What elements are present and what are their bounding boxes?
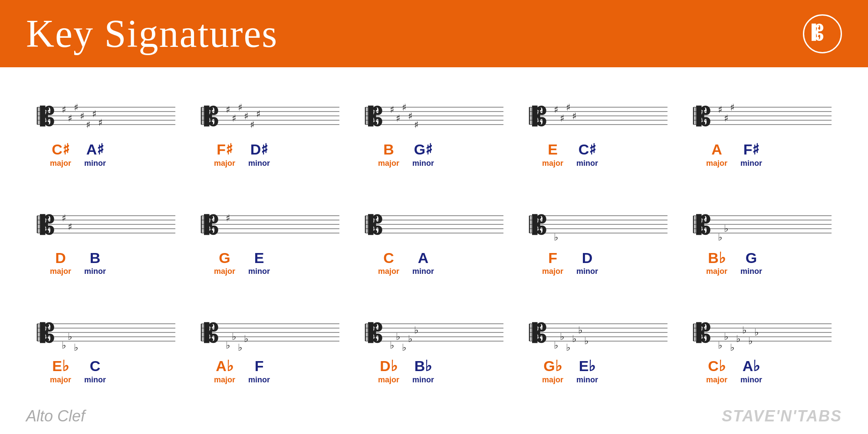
- major-group: G♭major: [542, 358, 563, 384]
- major-key-name: C♯: [52, 141, 69, 158]
- keys-grid: 𝄡♯♯♯♯♯♯♯C♯majorA♯minor𝄡♯♯♯♯♯♯F♯majorD♯mi…: [26, 80, 842, 405]
- svg-text:♭: ♭: [554, 340, 558, 351]
- major-group: Emajor: [542, 141, 563, 168]
- minor-group: A♭minor: [740, 358, 762, 384]
- major-key-type: major: [50, 267, 71, 276]
- minor-key-type: minor: [412, 375, 434, 385]
- major-key-type: major: [214, 267, 235, 276]
- minor-key-name: E♭: [579, 358, 596, 374]
- major-group: F♯major: [214, 141, 235, 168]
- clef-label: Alto Clef: [26, 407, 85, 425]
- staff-svg: 𝄡♭♭♭♭: [190, 317, 350, 352]
- keys-row-1: 𝄡♯♯DmajorBminor𝄡♯GmajorEminor𝄡CmajorAmin…: [26, 188, 842, 296]
- footer: Alto Clef STAVE'N'TABS: [26, 405, 842, 425]
- major-key-name: D♭: [380, 358, 398, 374]
- page-title: Key Signatures: [26, 11, 278, 56]
- svg-text:♯: ♯: [572, 111, 577, 122]
- svg-text:♯: ♯: [226, 213, 230, 224]
- svg-text:♯: ♯: [98, 117, 103, 128]
- svg-text:♭: ♭: [736, 333, 740, 344]
- major-key-name: A: [711, 141, 722, 158]
- svg-text:♭: ♭: [742, 325, 746, 335]
- key-labels: BmajorG♯minor: [354, 141, 434, 168]
- svg-text:♯: ♯: [718, 104, 723, 115]
- minor-group: G♯minor: [412, 141, 434, 168]
- svg-text:♭: ♭: [754, 327, 759, 338]
- svg-text:♭: ♭: [414, 325, 418, 335]
- svg-text:♭: ♭: [408, 333, 412, 344]
- major-group: E♭major: [50, 358, 71, 384]
- major-key-name: D: [55, 250, 66, 266]
- key-item-0-0: 𝄡♯♯♯♯♯♯♯C♯majorA♯minor: [26, 99, 186, 170]
- staff-container: 𝄡♭♭♭: [26, 317, 186, 354]
- major-key-type: major: [706, 159, 727, 168]
- staff-svg: 𝄡♯: [190, 209, 350, 244]
- staff-svg: 𝄡♭♭♭: [26, 317, 186, 352]
- svg-text:♭: ♭: [244, 333, 248, 344]
- major-group: Cmajor: [378, 250, 399, 276]
- minor-key-type: minor: [84, 375, 106, 385]
- svg-text:𝄡: 𝄡: [532, 212, 546, 240]
- svg-text:𝄡: 𝄡: [40, 103, 54, 132]
- staff-svg: 𝄡: [354, 209, 514, 244]
- minor-group: Bminor: [84, 250, 106, 276]
- major-group: Fmajor: [542, 250, 563, 276]
- header: Key Signatures 𝄡: [0, 0, 868, 67]
- key-labels: GmajorEminor: [190, 250, 270, 276]
- svg-text:♯: ♯: [414, 119, 419, 130]
- major-key-name: G♭: [543, 358, 562, 374]
- minor-key-type: minor: [740, 267, 762, 276]
- svg-text:♭: ♭: [718, 232, 722, 243]
- minor-key-name: F: [255, 358, 264, 374]
- major-key-type: major: [214, 159, 235, 168]
- key-item-0-4: 𝄡♯♯♯AmajorF♯minor: [682, 99, 842, 170]
- minor-key-name: A♯: [86, 141, 104, 158]
- minor-key-type: minor: [248, 159, 270, 168]
- major-group: B♭major: [706, 250, 727, 276]
- svg-text:𝄡: 𝄡: [812, 22, 824, 45]
- key-labels: AmajorF♯minor: [682, 141, 762, 168]
- staff-container: 𝄡♯♯: [26, 209, 186, 246]
- svg-text:♭: ♭: [578, 325, 582, 335]
- minor-group: C♯minor: [576, 141, 598, 168]
- minor-group: Eminor: [248, 250, 270, 276]
- major-group: C♯major: [50, 141, 71, 168]
- staff-svg: 𝄡♯♯♯♯: [518, 101, 678, 135]
- minor-key-name: D♯: [250, 141, 268, 158]
- svg-text:♭: ♭: [74, 342, 78, 352]
- key-item-2-3: 𝄡♭♭♭♭♭♭G♭majorE♭minor: [518, 315, 678, 386]
- minor-group: Aminor: [412, 250, 434, 276]
- svg-text:𝄡: 𝄡: [368, 320, 382, 348]
- key-labels: C♭majorA♭minor: [682, 358, 762, 384]
- key-labels: EmajorC♯minor: [518, 141, 598, 168]
- staff-svg: 𝄡♯♯♯♯♯: [354, 101, 514, 135]
- minor-key-name: F♯: [743, 141, 760, 158]
- svg-text:𝄡: 𝄡: [532, 320, 546, 348]
- svg-text:♯: ♯: [238, 102, 243, 113]
- key-labels: A♭majorFminor: [190, 358, 270, 384]
- major-key-name: E: [548, 141, 558, 158]
- minor-key-name: A: [418, 250, 429, 266]
- minor-key-type: minor: [412, 267, 434, 276]
- minor-key-name: G♯: [414, 141, 432, 158]
- key-item-1-2: 𝄡CmajorAminor: [354, 207, 514, 278]
- minor-key-type: minor: [740, 375, 762, 385]
- svg-text:♭: ♭: [730, 342, 734, 352]
- minor-key-type: minor: [84, 159, 106, 168]
- minor-key-type: minor: [412, 159, 434, 168]
- svg-text:♯: ♯: [62, 213, 66, 224]
- svg-text:♭: ♭: [232, 331, 236, 342]
- key-labels: C♯majorA♯minor: [26, 141, 106, 168]
- major-key-name: F: [548, 250, 557, 266]
- staff-container: 𝄡♭♭♭♭♭♭♭: [682, 317, 842, 354]
- svg-text:♭: ♭: [68, 331, 72, 342]
- minor-key-type: minor: [740, 159, 762, 168]
- major-key-type: major: [706, 375, 727, 385]
- svg-text:𝄡: 𝄡: [40, 320, 54, 348]
- svg-text:♯: ♯: [408, 111, 413, 122]
- major-key-name: F♯: [217, 141, 233, 158]
- major-key-name: E♭: [52, 358, 69, 374]
- svg-text:♭: ♭: [226, 340, 230, 351]
- minor-group: F♯minor: [740, 141, 762, 168]
- minor-key-type: minor: [576, 267, 598, 276]
